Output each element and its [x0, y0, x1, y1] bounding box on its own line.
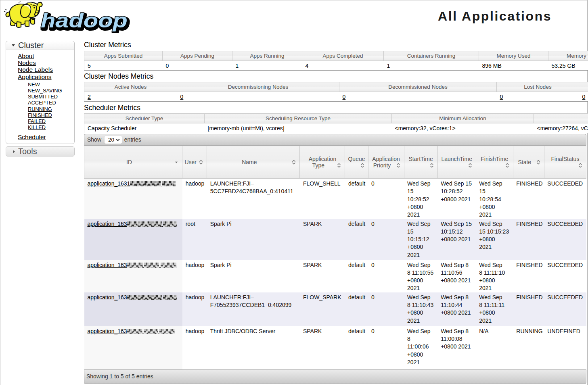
svg-text:hadoop: hadoop: [41, 9, 128, 32]
